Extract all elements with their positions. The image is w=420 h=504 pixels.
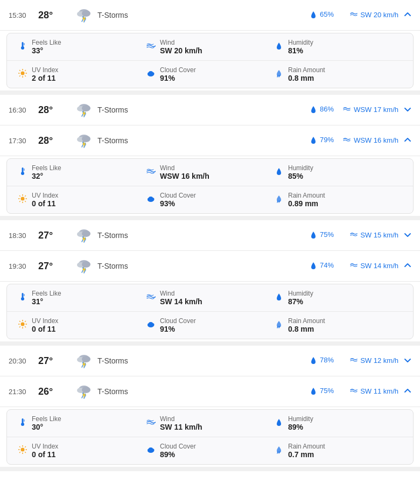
expand-chevron[interactable] [398, 387, 411, 396]
uv-icon [18, 319, 27, 331]
rain-value: 0.8 mm [288, 325, 325, 333]
wind-detail-icon [146, 417, 156, 429]
svg-line-19 [25, 70, 26, 71]
time-label: 17:30 [9, 137, 38, 145]
cloud-item: Cloud Cover 93% [146, 192, 274, 208]
detail-row-weather: Feels Like 31° Wind SW 14 km/h [7, 284, 413, 312]
precip-icon: 86% [310, 105, 334, 113]
time-label: 19:30 [9, 262, 38, 270]
time-label: 20:30 [9, 357, 38, 365]
humidity-icon [274, 166, 284, 178]
svg-rect-43 [22, 167, 24, 172]
weather-icon [71, 226, 97, 245]
cloud-label: Cloud Cover [160, 317, 196, 325]
wind-label: Wind [160, 164, 209, 172]
wind-icon: SW 12 km/h [350, 356, 398, 365]
wind-speed: SW 11 km/h [334, 387, 398, 396]
expand-chevron[interactable] [398, 262, 411, 271]
cloud-label: Cloud Cover [160, 66, 196, 74]
detail-row-extra: UV Index 0 of 11 Cloud Cover 91% [7, 312, 413, 339]
wind-speed: SW 20 km/h [334, 11, 398, 20]
svg-point-107 [82, 387, 90, 393]
feels-like-value: 30° [32, 423, 61, 431]
svg-line-54 [25, 195, 26, 197]
weather-icon [71, 351, 97, 370]
cloud-icon [146, 194, 156, 206]
wind-item: Wind WSW 16 km/h [146, 164, 274, 180]
svg-line-125 [19, 452, 20, 453]
humidity-value: 89% [288, 423, 313, 431]
feels-like-item: Feels Like 33° [18, 39, 146, 55]
svg-point-24 [149, 71, 153, 74]
temperature: 28° [38, 135, 71, 146]
weather-row[interactable]: 18:30 27° T-Storms 75% SW 15 km/h [0, 220, 420, 251]
weather-row[interactable]: 15:30 28° T-Storms 65% SW 20 km/h [0, 0, 420, 31]
precipitation: 78% [296, 356, 334, 366]
uv-label: UV Index [32, 443, 58, 450]
precipitation: 79% [296, 136, 334, 145]
svg-point-59 [149, 197, 153, 200]
time-label: 18:30 [9, 232, 38, 240]
rain-icon [274, 68, 284, 80]
wind-icon: SW 11 km/h [350, 387, 398, 395]
weather-row[interactable]: 17:30 28° T-Storms 79% WSW 16 km/h [0, 125, 420, 156]
rain-item: Rain Amount 0.7 mm [274, 443, 402, 459]
detail-row-weather: Feels Like 32° Wind WSW 16 km/h [7, 159, 413, 186]
uv-value: 0 of 11 [32, 199, 58, 208]
svg-line-89 [25, 321, 26, 322]
svg-point-29 [82, 105, 90, 111]
wind-detail-icon [146, 41, 156, 53]
svg-point-99 [82, 356, 90, 362]
feels-like-icon [18, 417, 27, 429]
humidity-value: 87% [288, 297, 313, 306]
humidity-icon [274, 41, 284, 53]
weather-row[interactable]: 16:30 28° T-Storms 86% WSW 17 km/h [0, 95, 420, 125]
wind-speed: SW 14 km/h [334, 262, 398, 271]
wind-icon: SW 20 km/h [350, 11, 398, 19]
uv-label: UV Index [32, 317, 58, 325]
rain-label: Rain Amount [288, 317, 325, 325]
weather-row[interactable]: 19:30 27° T-Storms 74% SW 14 km/h [0, 251, 420, 282]
svg-line-88 [25, 326, 26, 327]
detail-row-extra: UV Index 0 of 11 Cloud Cover 93% [7, 186, 413, 213]
rain-label: Rain Amount [288, 443, 325, 450]
svg-line-123 [25, 452, 26, 453]
uv-icon [18, 445, 27, 457]
condition-label: T-Storms [97, 231, 296, 240]
expand-chevron[interactable] [398, 136, 411, 145]
expand-chevron[interactable] [398, 106, 411, 115]
cloud-value: 91% [160, 74, 196, 82]
cloud-icon [146, 319, 156, 331]
precipitation: 75% [296, 387, 334, 396]
expand-chevron[interactable] [398, 231, 411, 240]
uv-label: UV Index [32, 66, 58, 74]
weather-row[interactable]: 21:30 26° T-Storms 75% SW 11 km/h [0, 376, 420, 407]
uv-item: UV Index 0 of 11 [18, 192, 146, 208]
feels-like-icon [18, 292, 27, 304]
weather-icon [71, 131, 97, 150]
precipitation: 75% [296, 230, 334, 240]
expand-chevron[interactable] [398, 356, 411, 366]
condition-label: T-Storms [97, 387, 296, 396]
rain-item: Rain Amount 0.8 mm [274, 66, 402, 82]
detail-row-extra: UV Index 2 of 11 Cloud Cover 91% [7, 61, 413, 88]
weather-icon [71, 100, 97, 120]
expand-chevron[interactable] [398, 11, 411, 20]
weather-row[interactable]: 20:30 27° T-Storms 78% SW 12 km/h [0, 346, 420, 376]
humidity-item: Humidity 85% [274, 164, 402, 180]
rain-item: Rain Amount 0.8 mm [274, 317, 402, 333]
wind-icon: WSW 17 km/h [343, 106, 398, 114]
wind-speed: WSW 17 km/h [334, 106, 398, 115]
humidity-item: Humidity 81% [274, 39, 402, 55]
wind-item: Wind SW 14 km/h [146, 290, 274, 306]
rain-icon [274, 319, 284, 331]
precipitation: 65% [296, 10, 334, 20]
svg-point-2 [82, 10, 90, 17]
svg-line-5 [82, 19, 83, 22]
time-label: 21:30 [9, 388, 38, 396]
rain-icon [274, 194, 284, 206]
svg-point-79 [21, 297, 24, 300]
svg-line-20 [19, 75, 20, 76]
precip-icon: 75% [310, 387, 334, 395]
svg-rect-113 [22, 418, 24, 423]
